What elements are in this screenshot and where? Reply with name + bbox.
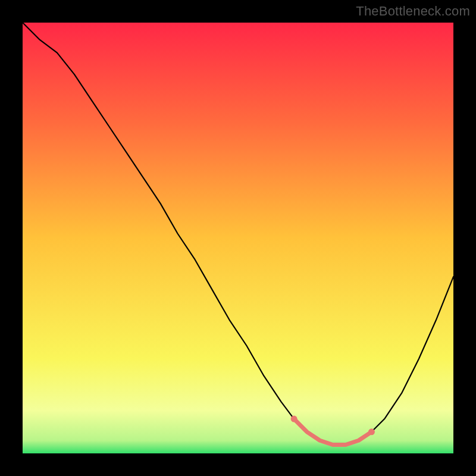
chart-svg [23, 23, 453, 453]
gradient-background [23, 23, 453, 453]
highlight-endpoint-dot [291, 416, 298, 422]
watermark-text: TheBottleneck.com [356, 4, 470, 19]
plot-area [23, 23, 453, 453]
chart-frame: TheBottleneck.com [0, 0, 476, 476]
highlight-endpoint-dot [368, 428, 375, 435]
